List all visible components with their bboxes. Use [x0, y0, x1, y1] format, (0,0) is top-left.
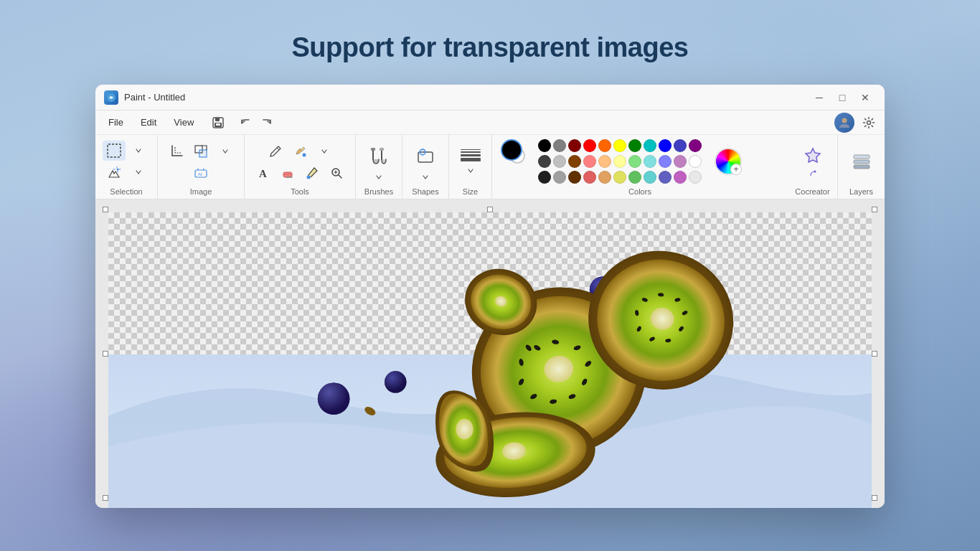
fill-dropdown[interactable]: [313, 141, 336, 161]
title-bar: Paint - Untitled ─ □ ✕: [95, 85, 885, 110]
swatch-rose[interactable]: [583, 171, 596, 184]
image-buttons: AI: [165, 139, 237, 184]
cocreator-button[interactable]: [797, 144, 829, 180]
svg-rect-7: [108, 144, 121, 157]
app-icon: [104, 90, 118, 105]
svg-text:A: A: [259, 168, 267, 179]
svg-point-27: [318, 382, 350, 415]
brushes-group: Brushes: [356, 135, 402, 199]
close-button[interactable]: ✕: [854, 88, 876, 108]
image-group: AI Image: [158, 135, 245, 199]
layers-button[interactable]: [846, 144, 877, 180]
page-title: Support for transparent images: [292, 32, 689, 63]
swatch-gray[interactable]: [553, 139, 566, 152]
shapes-buttons: [410, 139, 441, 184]
ai-crop-button[interactable]: AI: [189, 163, 212, 183]
shapes-button[interactable]: [410, 141, 441, 172]
swatch-medpurple[interactable]: [674, 171, 687, 184]
size-selector[interactable]: [458, 146, 484, 164]
resize-handle-ml[interactable]: [103, 351, 108, 357]
resize-handle-tr[interactable]: [872, 207, 877, 212]
svg-point-13: [303, 153, 306, 156]
swatch-brown[interactable]: [568, 155, 581, 168]
selection-fill-dropdown[interactable]: [127, 162, 150, 182]
swatch-blue[interactable]: [659, 139, 672, 152]
crop-button[interactable]: [165, 141, 188, 161]
brushes-button[interactable]: [363, 141, 395, 172]
undo-button[interactable]: [235, 113, 255, 133]
swatch-purple[interactable]: [689, 139, 702, 152]
zoom-button[interactable]: [325, 163, 348, 183]
file-menu[interactable]: File: [101, 114, 131, 131]
eraser-button[interactable]: [276, 163, 299, 183]
maximize-button[interactable]: □: [831, 88, 853, 108]
edit-menu[interactable]: Edit: [133, 114, 164, 131]
profile-avatar[interactable]: [834, 113, 854, 133]
swatch-dark[interactable]: [538, 155, 551, 168]
svg-rect-4: [216, 123, 220, 126]
swatch-khaki[interactable]: [613, 171, 626, 184]
swatch-indigo[interactable]: [674, 139, 687, 152]
swatch-black[interactable]: [538, 139, 551, 152]
selection-group: Selection: [95, 135, 158, 199]
color-palette-button[interactable]: [715, 148, 742, 175]
swatch-yellow[interactable]: [613, 139, 626, 152]
size-dropdown[interactable]: [464, 164, 477, 177]
color-swatch-row-3: [538, 171, 702, 184]
swatch-salmon[interactable]: [583, 155, 596, 168]
brushes-dropdown[interactable]: [372, 171, 385, 184]
swatch-medcyan[interactable]: [644, 171, 656, 184]
color-picker-button[interactable]: [301, 163, 324, 183]
settings-button[interactable]: [859, 113, 879, 133]
resize-handle-tc[interactable]: [487, 207, 493, 212]
primary-color[interactable]: [501, 139, 522, 161]
swatch-peach[interactable]: [598, 155, 611, 168]
swatch-orange[interactable]: [598, 139, 611, 152]
swatch-lightcyan[interactable]: [644, 155, 656, 168]
resize-handle-bl[interactable]: [103, 495, 108, 501]
selected-colors: [501, 139, 528, 166]
swatch-medblue[interactable]: [659, 171, 672, 184]
resize-handle-br[interactable]: [872, 495, 877, 501]
fill-button[interactable]: [288, 141, 311, 161]
swatch-silver[interactable]: [553, 155, 566, 168]
selection-label: Selection: [110, 187, 142, 196]
layers-label: Layers: [849, 187, 873, 196]
resize-handle-mr[interactable]: [872, 351, 877, 357]
swatch-lightblue[interactable]: [659, 155, 672, 168]
size-label: Size: [463, 187, 478, 196]
swatch-lavender[interactable]: [674, 155, 687, 168]
pencil-button[interactable]: [264, 141, 287, 161]
swatch-lightgreen[interactable]: [628, 155, 641, 168]
swatch-white[interactable]: [689, 155, 702, 168]
swatch-tan[interactable]: [598, 171, 611, 184]
selection-buttons: [103, 139, 150, 183]
swatch-nearblack[interactable]: [538, 171, 551, 184]
view-menu[interactable]: View: [166, 114, 201, 131]
swatch-green[interactable]: [628, 139, 641, 152]
magic-select-button[interactable]: [103, 162, 126, 182]
swatch-lightgray[interactable]: [689, 171, 702, 184]
colors-top: [501, 139, 779, 184]
shapes-dropdown[interactable]: [419, 171, 432, 184]
swatch-darkred[interactable]: [568, 139, 581, 152]
resize-dropdown[interactable]: [214, 141, 237, 161]
swatch-red[interactable]: [583, 139, 596, 152]
swatch-lightyellow[interactable]: [613, 155, 626, 168]
resize-handle-tl[interactable]: [103, 207, 108, 212]
resize-button[interactable]: [189, 141, 212, 161]
colors-group: Colors: [492, 135, 788, 199]
svg-rect-15: [283, 172, 292, 177]
window-controls: ─ □ ✕: [809, 88, 876, 108]
text-button[interactable]: A: [252, 163, 275, 183]
selection-dropdown-button[interactable]: [127, 141, 150, 161]
selection-tool-button[interactable]: [103, 141, 126, 161]
swatch-teal[interactable]: [644, 139, 656, 152]
redo-button[interactable]: [257, 113, 277, 133]
swatch-medgray[interactable]: [553, 171, 566, 184]
swatch-darkbrown[interactable]: [568, 171, 581, 184]
colors-label: Colors: [501, 187, 779, 196]
swatch-medgreen[interactable]: [628, 171, 641, 184]
minimize-button[interactable]: ─: [809, 88, 830, 108]
save-button[interactable]: [207, 113, 230, 133]
